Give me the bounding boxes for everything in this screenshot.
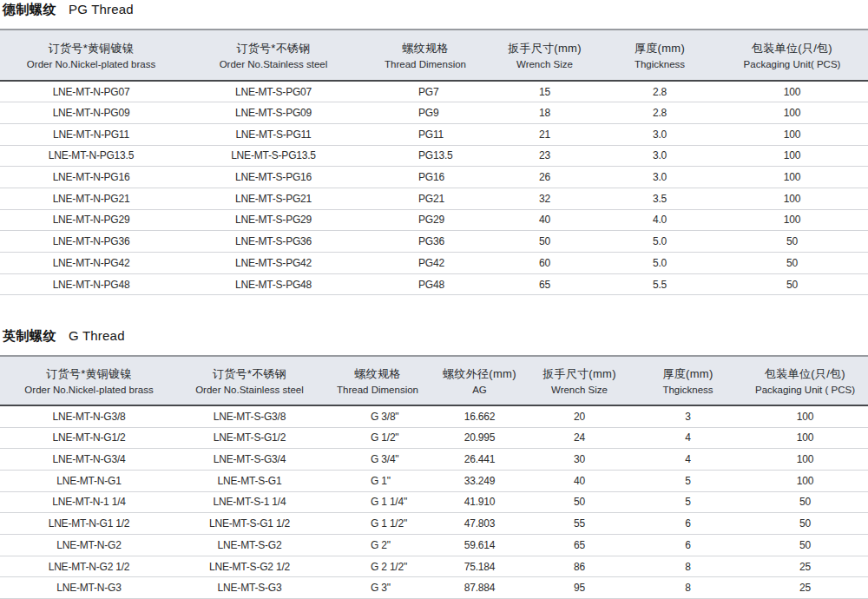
column-header-en: Thread Dimension [321,384,434,397]
table-cell: LNE-MT-S-1 1/4 [178,491,321,513]
table-cell: LNE-MT-S-PG29 [182,209,365,231]
section-title-en: G Thread [69,328,125,343]
table-cell: PG7 [365,81,486,102]
table-cell: 50 [525,491,634,513]
table-cell: 40 [486,209,603,231]
table-header: 订货号*黄铜镀镍Order No.Nickel-plated brass订货号*… [0,356,868,405]
table-cell: 65 [525,535,634,556]
table-cell: G 3" [321,577,434,599]
column-header: 订货号*不锈钢Order No.Stainless steel [182,30,365,81]
table-cell: 25 [742,556,868,577]
column-header-zh: 包装单位(只/包) [742,366,868,381]
table-cell: LNE-MT-N-PG21 [0,188,182,209]
table-cell: 100 [716,167,868,188]
table-cell: 86 [525,556,634,577]
table-cell: 4.0 [603,209,716,231]
pg-thread-table: 订货号*黄铜镀镍Order No.Nickel-plated brass订货号*… [0,29,868,295]
table-cell: 21 [486,123,603,145]
table-cell: LNE-MT-S-PG07 [182,81,365,102]
table-cell: G 1 1/2" [321,513,434,535]
table-cell: 26.441 [434,449,525,471]
column-header: 厚度(mm)Thgickness [603,30,716,81]
table-cell: LNE-MT-N-G1 [0,470,178,491]
table-cell: 2.8 [603,102,716,124]
table-cell: 41.910 [434,491,525,513]
column-header: 扳手尺寸(mm)Wrench Size [486,30,603,81]
table-row: LNE-MT-N-PG29LNE-MT-S-PG29PG29404.0100 [0,209,868,231]
table-cell: 8 [634,577,742,599]
table-cell: 5.5 [603,273,716,295]
table-cell: 4 [634,449,742,471]
table-row: LNE-MT-N-G3LNE-MT-S-G3G 3"87.88495825 [0,577,868,599]
column-header-en: Order No.Nickel-plated brass [0,58,182,71]
column-header: 包装单位(只/包)Packaging Unit( PCS) [716,30,868,81]
table-cell: PG48 [365,273,486,295]
table-cell: LNE-MT-S-G3/4 [178,449,321,471]
column-header-zh: 厚度(mm) [603,41,716,56]
table-cell: LNE-MT-N-PG48 [0,273,182,295]
table-cell: PG29 [365,209,486,231]
table-cell: LNE-MT-S-G1 1/2 [178,513,321,535]
table-cell: 95 [525,577,634,599]
table-cell: 8 [634,556,742,577]
table-cell: LNE-MT-S-PG48 [182,273,365,295]
column-header: 订货号*黄铜镀镍Order No.Nickel-plated brass [0,30,182,81]
table-row: LNE-MT-N-G3/4LNE-MT-S-G3/4G 3/4"26.44130… [0,449,868,471]
table-cell: 5 [634,470,742,491]
table-row: LNE-MT-N-G3/8LNE-MT-S-G3/8G 3/8"16.66220… [0,405,868,427]
column-header: 扳手尺寸(mm)Wrench Size [525,356,634,405]
column-header-en: Order No.Stainless steel [182,58,365,71]
table-cell: 3.5 [603,188,716,209]
table-row: LNE-MT-N-PG11LNE-MT-S-PG11PG11213.0100 [0,123,868,145]
table-row: LNE-MT-N-PG07LNE-MT-S-PG07PG7152.8100 [0,81,868,102]
table-cell: LNE-MT-N-PG29 [0,209,182,231]
table-cell: LNE-MT-S-PG13.5 [182,145,365,167]
column-header-zh: 扳手尺寸(mm) [525,366,634,381]
table-row: LNE-MT-N-PG48LNE-MT-S-PG48PG48655.550 [0,273,868,295]
table-cell: LNE-MT-N-PG16 [0,167,182,188]
column-header: 订货号*不锈钢Order No.Stainless steel [178,356,321,405]
table-cell: 33.249 [434,470,525,491]
table-cell: PG9 [365,102,486,124]
table-cell: 100 [716,102,868,124]
column-header-en: Wrench Size [486,58,603,71]
table-cell: 50 [716,253,868,274]
table-cell: LNE-MT-S-PG11 [182,123,365,145]
table-cell: 15 [486,81,603,102]
column-header-zh: 螺纹规格 [321,366,434,381]
table-cell: 6 [634,513,742,535]
column-header: 螺纹规格Thread Dimension [321,356,434,405]
table-row: LNE-MT-N-PG09LNE-MT-S-PG09PG9182.8100 [0,102,868,124]
table-cell: 30 [525,449,634,471]
table-cell: LNE-MT-N-G1/2 [0,427,178,449]
column-header-zh: 厚度(mm) [634,366,742,381]
table-row: LNE-MT-N-PG16LNE-MT-S-PG16PG16263.0100 [0,167,868,188]
table-cell: 3.0 [603,145,716,167]
table-cell: LNE-MT-S-PG42 [182,253,365,274]
section-title-zh: 英制螺纹 [3,328,56,343]
table-cell: 20 [525,405,634,427]
table-cell: 26 [486,167,603,188]
header-row: 订货号*黄铜镀镍Order No.Nickel-plated brass订货号*… [0,30,868,81]
column-header-zh: 订货号*黄铜镀镍 [0,41,182,56]
table-cell: 59.614 [434,535,525,556]
table-cell: 65 [486,273,603,295]
table-row: LNE-MT-N-1 1/4LNE-MT-S-1 1/4G 1 1/4"41.9… [0,491,868,513]
column-header-zh: 螺纹外径(mm) [434,366,525,381]
table-cell: 55 [525,513,634,535]
table-cell: LNE-MT-N-PG09 [0,102,182,124]
table-cell: PG13.5 [365,145,486,167]
table-cell: LNE-MT-N-G3/4 [0,449,178,471]
table-cell: 47.803 [434,513,525,535]
table-cell: 6 [634,535,742,556]
catalog-page: 德制螺纹PG Thread 订货号*黄铜镀镍Order No.Nickel-pl… [0,0,868,599]
table-cell: 50 [742,535,868,556]
table-cell: 23 [486,145,603,167]
table-cell: 100 [716,209,868,231]
table-cell: 5.0 [603,231,716,253]
table-cell: LNE-MT-S-PG16 [182,167,365,188]
table-body: LNE-MT-N-G3/8LNE-MT-S-G3/8G 3/8"16.66220… [0,405,868,598]
table-cell: 60 [486,253,603,274]
table-cell: LNE-MT-N-G2 [0,535,178,556]
table-cell: LNE-MT-S-PG21 [182,188,365,209]
